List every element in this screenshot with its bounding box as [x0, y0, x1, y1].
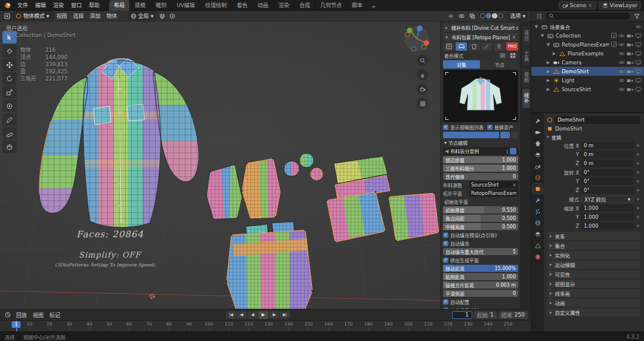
outliner-editor-icon[interactable]: [534, 12, 543, 20]
shading-rendered-icon[interactable]: [498, 13, 503, 18]
rotate-tool[interactable]: [2, 72, 17, 85]
outliner-row-light[interactable]: ▶Light: [531, 76, 644, 85]
blender-logo-icon[interactable]: [3, 2, 11, 9]
hide-viewport-icon[interactable]: [618, 87, 625, 92]
midseam-height-slider[interactable]: 中缝高度0.500: [443, 223, 518, 230]
rotation-z-field[interactable]: 0°: [581, 187, 634, 194]
selectable-checkbox-icon[interactable]: [611, 42, 617, 47]
expand-icon[interactable]: ▼: [534, 24, 539, 29]
animate-dot-icon[interactable]: [636, 171, 640, 173]
custom-properties-section[interactable]: ▸自定义属性: [547, 308, 640, 317]
hide-render-icon[interactable]: [627, 69, 633, 74]
timeline-ruler[interactable]: 1 10203040506070809010011012013014015016…: [0, 321, 531, 331]
scale-y-field[interactable]: 1.000: [581, 213, 634, 221]
scene-clear-icon[interactable]: ×: [588, 2, 593, 8]
scene-selector[interactable]: Scene ×: [559, 1, 596, 10]
menu-渲染[interactable]: 渲染: [49, 2, 67, 9]
seam-gap-slider[interactable]: 接缝方片距离0.003 m: [443, 281, 518, 289]
menu-编辑[interactable]: 编辑: [32, 2, 49, 9]
location-x-field[interactable]: 0 m: [581, 142, 634, 149]
outliner-row-planeexample[interactable]: ▶PlaneExample: [531, 49, 644, 58]
expand-icon[interactable]: ▶: [552, 51, 557, 56]
source-cloth-input[interactable]: SourceShirt×: [469, 181, 518, 188]
viewlayer-selector[interactable]: ViewLayer: [599, 1, 641, 10]
collections-section[interactable]: ▸集合: [547, 241, 640, 250]
rotation-x-field[interactable]: 0°: [581, 169, 634, 176]
shading-wireframe-icon[interactable]: [480, 13, 485, 18]
add-workspace-button[interactable]: +: [368, 2, 380, 11]
measure-tool[interactable]: [2, 127, 17, 140]
move-tool[interactable]: [2, 58, 17, 71]
outliner-row-collection[interactable]: ▼Collection: [531, 31, 644, 40]
navigation-gizmo[interactable]: [403, 25, 431, 54]
options-menu[interactable]: 选项 ▾: [507, 11, 528, 20]
hide-viewport-icon[interactable]: [618, 51, 625, 56]
timeline-menu-视图[interactable]: 视图: [30, 312, 47, 319]
animate-dot-icon[interactable]: [636, 180, 640, 182]
expand-icon[interactable]: ▼: [546, 42, 551, 47]
workspace-tab[interactable]: 布局: [109, 0, 130, 11]
physics-tab[interactable]: [532, 218, 543, 228]
hide-render-icon[interactable]: [627, 51, 633, 56]
next-keyframe-button[interactable]: ·▶: [269, 311, 279, 319]
rotation-y-field[interactable]: 0°: [581, 178, 634, 185]
cursor-tool[interactable]: [2, 45, 17, 57]
play-button[interactable]: ▶: [258, 311, 268, 319]
outliner-row-sourceshirt[interactable]: ▶SourceShirt: [531, 85, 644, 94]
menu-文件[interactable]: 文件: [14, 2, 32, 9]
cloth-preset-select[interactable]: ◀ 布料拆分案例 ▴▾: [443, 147, 518, 155]
apply-extra-button[interactable]: [511, 132, 518, 138]
location-z-field[interactable]: 0 m: [581, 160, 634, 167]
prev-preset-icon[interactable]: ◀: [445, 148, 448, 154]
hide-viewport-icon[interactable]: [618, 78, 625, 83]
layout-tab-icon[interactable]: [443, 42, 454, 51]
hide-display-icon[interactable]: [635, 51, 642, 56]
outliner-row-retopoplanesexample[interactable]: ▼RetopoPlanesExample: [531, 40, 644, 49]
initial-thickness-slider[interactable]: 初始厚度0.550: [443, 206, 518, 213]
close-icon[interactable]: ×: [512, 35, 516, 40]
hide-render-icon[interactable]: [627, 78, 633, 83]
particles-tab[interactable]: [532, 206, 543, 216]
filter-icon[interactable]: [632, 12, 641, 20]
viewport-menu-视图[interactable]: 视图: [54, 13, 70, 20]
animate-dot-icon[interactable]: [636, 207, 640, 209]
animate-dot-icon[interactable]: [636, 153, 640, 156]
frame-start-field[interactable]: 起始 1: [474, 311, 497, 319]
scene-tab[interactable]: [532, 161, 543, 171]
preset-arrows-icon[interactable]: ▴▾: [506, 149, 508, 154]
list-view-icon[interactable]: [499, 52, 507, 59]
shading-solid-icon[interactable]: [486, 13, 491, 18]
animate-dot-icon[interactable]: [636, 144, 640, 147]
hide-display-icon[interactable]: [635, 78, 642, 83]
sidebar-tab-工具[interactable]: 工具: [522, 47, 530, 66]
hide-render-icon[interactable]: [627, 33, 633, 38]
timeline-menu-回放[interactable]: 回放: [13, 312, 30, 319]
object-name-field[interactable]: DemoShirt: [555, 116, 640, 124]
grid-view-icon[interactable]: [509, 52, 517, 59]
workspace-tab[interactable]: 合成: [295, 0, 315, 11]
annotate-tool[interactable]: [2, 113, 17, 126]
xray-toggle-icon[interactable]: [467, 12, 476, 20]
workspace-tab[interactable]: 几何节点: [315, 0, 347, 11]
hide-display-icon[interactable]: [635, 33, 642, 38]
snap-magnet-icon[interactable]: [157, 12, 166, 20]
animate-dot-icon[interactable]: [636, 162, 640, 165]
modifiers-tab[interactable]: [532, 195, 543, 205]
hide-render-icon[interactable]: [627, 87, 633, 92]
animate-dot-icon[interactable]: [636, 189, 640, 191]
material-tab[interactable]: [532, 252, 543, 262]
render-tab[interactable]: [532, 127, 543, 137]
replace-asset-checkbox[interactable]: ✓ 替换资产: [487, 124, 513, 131]
workspace-tab[interactable]: 脚本: [347, 0, 368, 11]
sidebar-tab-项目[interactable]: 项目: [522, 26, 530, 45]
playhead-frame-badge[interactable]: 1: [12, 321, 21, 328]
add-cube-tool[interactable]: [2, 141, 17, 153]
expand-icon[interactable]: ▶: [546, 78, 551, 83]
apply-options-button[interactable]: [500, 132, 510, 138]
world-tab[interactable]: [532, 172, 543, 182]
node-edit-section-header[interactable]: ▾ 节点编辑: [443, 140, 518, 146]
frame-end-field[interactable]: 结束 250: [499, 311, 528, 319]
jump-to-start-button[interactable]: |◀: [226, 311, 236, 319]
hide-viewport-icon[interactable]: [618, 60, 625, 65]
full-fold-checkbox[interactable]: ✓完全折叠控制: [443, 306, 518, 309]
